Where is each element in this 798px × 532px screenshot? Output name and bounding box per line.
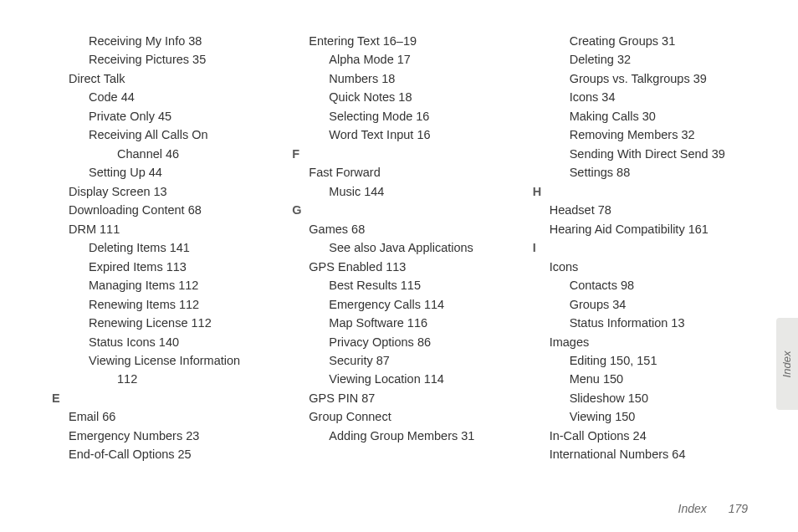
index-letter-heading: H	[533, 182, 748, 201]
index-entry: International Numbers 64	[550, 445, 748, 463]
index-entry: 112	[117, 370, 267, 388]
index-column-2: Entering Text 16–19Alpha Mode 17Numbers …	[292, 32, 507, 464]
index-entry: Map Software 116	[329, 314, 507, 332]
index-entry: Group Connect	[309, 407, 507, 426]
index-entry: Emergency Numbers 23	[69, 427, 267, 445]
index-entry: Code 44	[89, 88, 267, 106]
index-entry: Settings 88	[570, 163, 748, 182]
index-entry: Status Icons 140	[89, 333, 267, 351]
page-footer: Index 179	[678, 502, 749, 515]
index-entry: Managing Items 112	[89, 276, 267, 294]
index-entry: Groups vs. Talkgroups 39	[570, 69, 748, 88]
index-entry: Renewing Items 112	[89, 295, 267, 314]
index-entry: Fast Forward	[309, 163, 507, 182]
index-entry: Slideshow 150	[570, 389, 748, 407]
index-entry: Headset 78	[550, 201, 748, 219]
index-entry: Groups 34	[570, 295, 748, 314]
index-entry: Numbers 18	[329, 69, 507, 88]
index-entry: Quick Notes 18	[329, 88, 507, 106]
index-entry: Sending With Direct Send 39	[570, 145, 748, 163]
index-entry: Display Screen 13	[69, 182, 267, 201]
index-entry: Email 66	[69, 407, 267, 426]
footer-page-number: 179	[729, 502, 748, 515]
index-entry: Expired Items 113	[89, 258, 267, 276]
index-entry: Making Calls 30	[570, 107, 748, 125]
index-entry: Word Text Input 16	[329, 125, 507, 144]
index-entry: Alpha Mode 17	[329, 50, 507, 69]
index-column-3: Creating Groups 31Deleting 32Groups vs. …	[533, 32, 748, 464]
index-entry: Renewing License 112	[89, 314, 267, 332]
index-entry: Status Information 13	[570, 314, 748, 332]
index-entry: Direct Talk	[69, 69, 267, 88]
index-entry: Removing Members 32	[570, 125, 748, 144]
index-entry: Games 68	[309, 220, 507, 238]
index-column-1: Receiving My Info 38Receiving Pictures 3…	[52, 32, 267, 464]
index-entry: Viewing Location 114	[329, 370, 507, 388]
index-entry: Setting Up 44	[89, 163, 267, 182]
index-entry: Emergency Calls 114	[329, 295, 507, 314]
index-entry: Security 87	[329, 351, 507, 370]
index-entry: Editing 150, 151	[570, 351, 748, 370]
index-entry: Private Only 45	[89, 107, 267, 125]
index-entry: Deleting 32	[570, 50, 748, 69]
index-entry: See also Java Applications	[329, 238, 507, 257]
index-entry: Receiving All Calls On	[89, 125, 267, 144]
index-entry: Downloading Content 68	[69, 201, 267, 219]
index-entry: GPS Enabled 113	[309, 258, 507, 276]
index-letter-heading: I	[533, 238, 748, 257]
index-entry: Deleting Items 141	[89, 238, 267, 257]
index-entry: GPS PIN 87	[309, 389, 507, 407]
index-entry: Icons 34	[570, 88, 748, 106]
index-letter-heading: E	[52, 389, 267, 407]
index-entry: Icons	[550, 258, 748, 276]
index-entry: End-of-Call Options 25	[69, 445, 267, 463]
index-entry: Receiving My Info 38	[89, 32, 267, 50]
index-entry: In-Call Options 24	[550, 427, 748, 445]
side-tab-label: Index	[781, 350, 794, 377]
index-entry: Images	[550, 333, 748, 351]
index-entry: Privacy Options 86	[329, 333, 507, 351]
index-page: Receiving My Info 38Receiving Pictures 3…	[0, 0, 798, 464]
index-entry: DRM 111	[69, 220, 267, 238]
index-entry: Viewing License Information	[89, 351, 267, 370]
footer-section: Index	[678, 502, 707, 515]
index-entry: Selecting Mode 16	[329, 107, 507, 125]
index-letter-heading: F	[292, 145, 507, 163]
index-entry: Channel 46	[117, 145, 267, 163]
index-entry: Adding Group Members 31	[329, 427, 507, 445]
index-entry: Receiving Pictures 35	[89, 50, 267, 69]
index-entry: Music 144	[329, 182, 507, 201]
index-entry: Entering Text 16–19	[309, 32, 507, 50]
index-entry: Creating Groups 31	[570, 32, 748, 50]
index-entry: Best Results 115	[329, 276, 507, 294]
index-entry: Contacts 98	[570, 276, 748, 294]
index-entry: Viewing 150	[570, 407, 748, 426]
index-entry: Hearing Aid Compatibility 161	[550, 220, 748, 238]
side-tab: Index	[776, 318, 798, 410]
index-entry: Menu 150	[570, 370, 748, 388]
index-letter-heading: G	[292, 201, 507, 219]
